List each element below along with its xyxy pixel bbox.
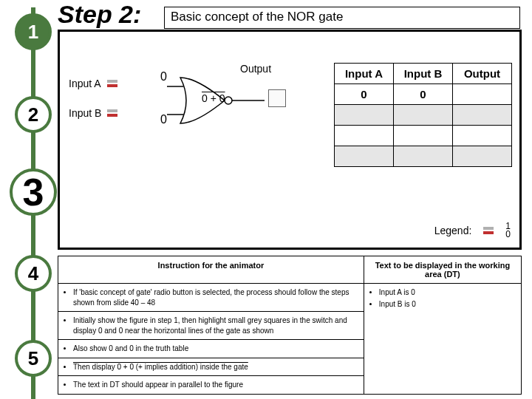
input-a-value: 0 xyxy=(160,70,167,83)
th-input-b: Input B xyxy=(394,64,453,84)
instruction-table: Instruction for the animator Text to be … xyxy=(58,256,522,395)
diagram-area: Input A Input B 0 0 Output 0 + 0 Input A… xyxy=(58,30,522,250)
cell: 0 xyxy=(394,84,453,105)
cell: 0 xyxy=(335,84,394,105)
table-row xyxy=(335,126,512,146)
truth-table-header: Input A Input B Output xyxy=(335,64,512,84)
th-output: Output xyxy=(453,64,512,84)
input-a-label: Input A xyxy=(69,78,101,89)
list-item: If 'basic concept of gate' radio button … xyxy=(73,287,359,307)
instr-left-cell: Initially show the figure in step 1, the… xyxy=(58,312,364,340)
cell xyxy=(394,126,453,146)
legend-swatch-icon xyxy=(483,228,494,233)
cell xyxy=(394,105,453,126)
table-row: 0 0 xyxy=(335,84,512,105)
instr-left-header: Instruction for the animator xyxy=(58,256,364,284)
gate-expression: 0 + 0 xyxy=(202,92,225,104)
step-title: Step 2: xyxy=(58,0,141,29)
output-value-box xyxy=(268,89,286,107)
instr-left-cell: If 'basic concept of gate' radio button … xyxy=(58,284,364,312)
list-item: Also show 0 and 0 in the truth table xyxy=(73,344,359,354)
cell xyxy=(453,126,512,146)
table-row xyxy=(335,146,512,167)
instr-left-cell: Also show 0 and 0 in the truth table xyxy=(58,340,364,358)
input-a-row: Input A xyxy=(69,78,117,89)
cell xyxy=(335,105,394,126)
list-item: Then display 0 + 0 (+ implies addition) … xyxy=(73,362,359,372)
instr-left-cell: Then display 0 + 0 (+ implies addition) … xyxy=(58,358,364,376)
switch-a-icon[interactable] xyxy=(107,81,117,86)
step-marker-4[interactable]: 4 xyxy=(15,255,52,292)
legend-low: 0 xyxy=(505,231,511,239)
cell xyxy=(335,146,394,167)
switch-b-icon[interactable] xyxy=(107,110,117,116)
cell xyxy=(453,146,512,167)
step-marker-1[interactable]: 1 xyxy=(15,13,52,50)
cell xyxy=(453,105,512,126)
step-marker-2[interactable]: 2 xyxy=(15,96,52,133)
step-marker-3[interactable]: 3 xyxy=(10,168,57,216)
concept-title-box: Basic concept of the NOR gate xyxy=(164,7,520,29)
step-timeline: 1 2 3 4 5 xyxy=(15,0,52,399)
table-row xyxy=(335,105,512,126)
cell xyxy=(335,126,394,146)
svg-point-2 xyxy=(225,97,232,104)
input-b-value: 0 xyxy=(160,113,167,126)
list-item: Initially show the figure in step 1, the… xyxy=(73,316,359,335)
instr-right-header: Text to be displayed in the working area… xyxy=(364,256,521,284)
legend: Legend: 1 0 xyxy=(434,222,511,239)
instr-right-cell: Input A is 0 Input B is 0 xyxy=(364,284,521,395)
list-item: The text in DT should appear in parallel… xyxy=(73,380,359,390)
input-b-row: Input B xyxy=(69,107,117,119)
cell xyxy=(394,146,453,167)
legend-values: 1 0 xyxy=(505,222,511,239)
instr-left-cell: The text in DT should appear in parallel… xyxy=(58,376,364,395)
step-marker-5[interactable]: 5 xyxy=(15,340,52,377)
truth-table: Input A Input B Output 0 0 xyxy=(334,63,512,167)
list-item: Input A is 0 xyxy=(379,287,516,298)
output-label: Output xyxy=(240,63,271,75)
list-item: Input B is 0 xyxy=(379,299,516,310)
legend-label: Legend: xyxy=(434,225,472,236)
th-input-a: Input A xyxy=(335,64,394,84)
input-b-label: Input B xyxy=(69,107,101,119)
cell xyxy=(453,84,512,105)
